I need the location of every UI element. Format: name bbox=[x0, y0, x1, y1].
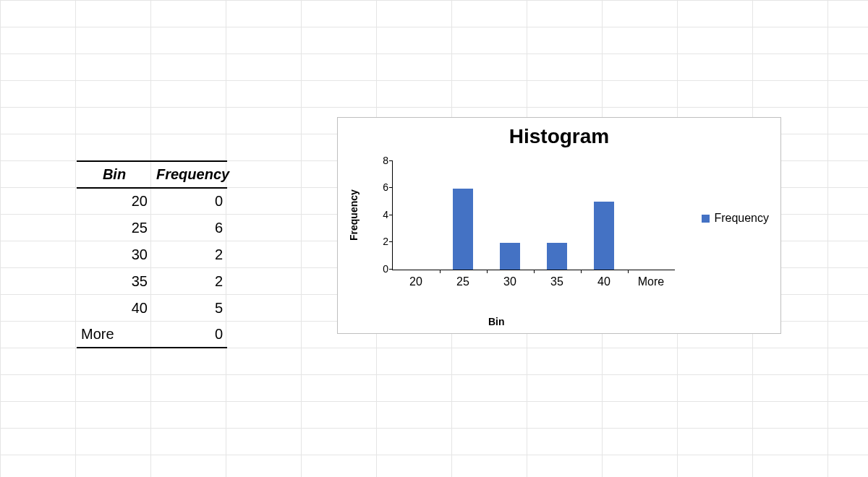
chart-xtick: 20 bbox=[409, 275, 422, 288]
chart-ytick: 0 bbox=[371, 263, 388, 275]
chart-y-axis-label: Frequency bbox=[348, 189, 359, 241]
table-cell-freq[interactable]: 6 bbox=[152, 215, 227, 241]
table-cell-freq[interactable]: 5 bbox=[152, 295, 227, 322]
table-cell-bin[interactable]: 35 bbox=[77, 268, 152, 295]
chart-xtick: 30 bbox=[503, 275, 516, 288]
chart-x-axis-label: Bin bbox=[488, 316, 505, 327]
histogram-chart[interactable]: Histogram Frequency Bin 8 6 4 2 0 20 25 … bbox=[337, 117, 781, 334]
legend-swatch-icon bbox=[702, 215, 710, 223]
table-cell-freq[interactable]: 2 bbox=[152, 241, 227, 268]
table-cell-bin[interactable]: 20 bbox=[77, 188, 152, 215]
chart-xtick-mark bbox=[534, 270, 535, 273]
chart-ytick: 8 bbox=[371, 155, 388, 166]
table-cell-freq[interactable]: 2 bbox=[152, 268, 227, 295]
table-header-bin: Bin bbox=[77, 160, 152, 189]
table-header-frequency: Frequency bbox=[152, 160, 227, 189]
table-cell-bin[interactable]: 30 bbox=[77, 241, 152, 268]
chart-bar bbox=[547, 243, 567, 270]
table-cell-freq[interactable]: 0 bbox=[152, 322, 227, 348]
table-cell-bin[interactable]: More bbox=[77, 322, 152, 348]
table-cell-bin[interactable]: 25 bbox=[77, 215, 152, 241]
chart-ytick: 2 bbox=[371, 236, 388, 247]
chart-xtick-mark bbox=[581, 270, 582, 273]
table-cell-freq[interactable]: 0 bbox=[152, 188, 227, 215]
chart-bar bbox=[594, 202, 614, 270]
chart-xtick: 25 bbox=[456, 275, 469, 288]
chart-plot-area: 8 6 4 2 0 20 25 30 35 40 More bbox=[392, 161, 675, 270]
chart-ytick: 4 bbox=[371, 209, 388, 220]
chart-xtick: More bbox=[638, 275, 664, 288]
chart-xtick: 35 bbox=[550, 275, 563, 288]
chart-bar bbox=[500, 243, 520, 270]
chart-xtick-mark bbox=[487, 270, 488, 273]
chart-legend: Frequency bbox=[702, 212, 769, 225]
chart-xtick: 40 bbox=[597, 275, 610, 288]
chart-bar bbox=[453, 189, 473, 270]
table-cell-bin[interactable]: 40 bbox=[77, 295, 152, 322]
chart-title: Histogram bbox=[338, 125, 780, 148]
chart-ytick: 6 bbox=[371, 181, 388, 193]
legend-label: Frequency bbox=[714, 212, 769, 225]
chart-xtick-mark bbox=[628, 270, 629, 273]
chart-xtick-mark bbox=[440, 270, 441, 273]
